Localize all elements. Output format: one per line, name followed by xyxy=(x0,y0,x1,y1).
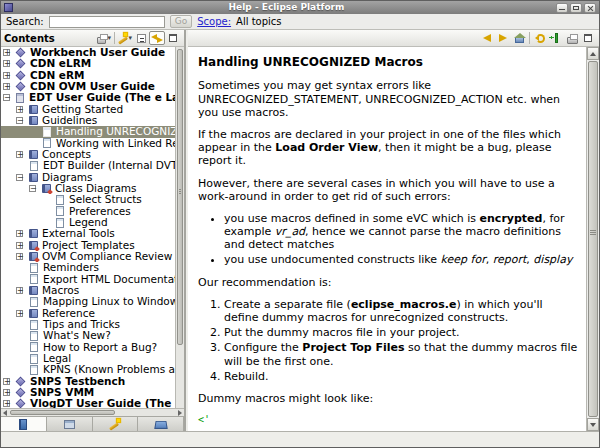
tree-item[interactable]: +SNPS Testbench xyxy=(1,376,175,387)
tree-item[interactable]: +CDN eLRM xyxy=(1,58,175,69)
bookmark-document-button[interactable] xyxy=(548,31,564,45)
tree-item[interactable]: Legend xyxy=(1,217,175,228)
tree-item[interactable]: +SNPS VMM xyxy=(1,387,175,398)
tree-item[interactable]: Tips and Tricks xyxy=(1,319,175,330)
wand-icon xyxy=(109,419,120,430)
tree-item-label: Macros xyxy=(42,285,79,296)
go-button[interactable]: Go xyxy=(170,15,192,28)
tree-item[interactable]: Legal xyxy=(1,353,175,364)
tree-item[interactable]: What's New? xyxy=(1,330,175,341)
tree-item[interactable]: Reminders xyxy=(1,262,175,273)
contents-tree: +Workbench User Guide+CDN eLRM+CDN eRM+C… xyxy=(1,47,175,408)
tree-item[interactable]: +Concepts xyxy=(1,149,175,160)
plus-expander-icon[interactable]: + xyxy=(3,400,10,407)
tree-item[interactable]: Handling UNRECOGNIZED Macros xyxy=(1,126,175,137)
tree-item[interactable]: +Workbench User Guide xyxy=(1,47,175,58)
print-topic-button[interactable]: ▾ xyxy=(96,31,112,45)
tree-item[interactable]: −Guidelines xyxy=(1,115,175,126)
bookmarks-tab[interactable] xyxy=(138,417,184,431)
home-icon xyxy=(515,37,524,43)
tree-item[interactable]: KPNS (Known Problems and Solutions xyxy=(1,364,175,375)
plus-expander-icon[interactable]: + xyxy=(16,106,23,113)
window-title: Help - Eclipse Platform xyxy=(17,1,556,14)
tree-item[interactable]: −EDT User Guide (The e Language) xyxy=(1,92,175,103)
plus-expander-icon[interactable]: + xyxy=(16,253,23,260)
scrollbar-thumb[interactable] xyxy=(588,61,598,417)
tree-item-label: Workbench User Guide xyxy=(30,47,165,58)
link-icon xyxy=(151,33,163,43)
scope-link[interactable]: Scope: xyxy=(197,16,231,27)
minus-expander-icon[interactable]: − xyxy=(29,185,36,192)
search-results-tab[interactable] xyxy=(93,417,139,431)
scrollbar-thumb[interactable] xyxy=(177,49,183,345)
contents-tab[interactable] xyxy=(1,417,47,431)
tree-item[interactable]: EDT Builder (Internal DVT Builder) xyxy=(1,160,175,171)
minus-expander-icon[interactable]: − xyxy=(3,94,10,101)
collapse-all-button[interactable] xyxy=(133,31,149,45)
tree-item[interactable]: +Project Templates xyxy=(1,240,175,251)
scroll-down-arrow-icon[interactable] xyxy=(587,418,599,431)
tree-item[interactable]: +VlogDT User Guide (The SystemV xyxy=(1,398,175,408)
search-input[interactable] xyxy=(49,16,165,28)
steps-list: Create a separate file (eclipse_macros.e… xyxy=(224,298,578,383)
plus-expander-icon[interactable]: + xyxy=(3,378,10,385)
tree-item[interactable]: Select Structs xyxy=(1,194,175,205)
maximize-button[interactable] xyxy=(570,3,582,13)
search-related-topics-button[interactable]: ▾ xyxy=(117,31,133,45)
print-page-button[interactable] xyxy=(564,31,580,45)
tree-item[interactable]: −Class Diagrams xyxy=(1,183,175,194)
code-block: <' // reg_defdefine <_edt_reg_def'statem… xyxy=(198,414,578,431)
plus-expander-icon[interactable]: + xyxy=(3,60,10,67)
minimize-button[interactable] xyxy=(556,3,568,13)
plus-expander-icon[interactable]: + xyxy=(16,287,23,294)
tree-item-label: Reference xyxy=(42,308,95,319)
tree-item[interactable]: +OVM Compliance Review xyxy=(1,251,175,262)
tree-item[interactable]: Mapping Linux to Windows (/proj/ to xyxy=(1,296,175,307)
page-icon xyxy=(30,354,38,364)
tree-item-label: Concepts xyxy=(42,149,91,160)
plus-expander-icon[interactable]: + xyxy=(3,72,10,79)
minus-expander-icon[interactable]: − xyxy=(16,174,23,181)
page-icon xyxy=(30,331,38,341)
go-forward-button[interactable] xyxy=(495,31,511,45)
plus-expander-icon[interactable]: + xyxy=(3,389,10,396)
tree-item[interactable]: Working with Linked Resources ( xyxy=(1,138,175,149)
tree-item[interactable]: +Reference xyxy=(1,308,175,319)
tree-item[interactable]: +CDN OVM User Guide xyxy=(1,81,175,92)
tree-item[interactable]: Export HTML Documentation xyxy=(1,274,175,285)
paragraph: If the macros are declared in your proje… xyxy=(198,128,578,168)
plus-expander-icon[interactable]: + xyxy=(16,151,23,158)
tree-item[interactable]: +Getting Started xyxy=(1,104,175,115)
plus-expander-icon[interactable]: + xyxy=(16,242,23,249)
close-button[interactable] xyxy=(584,3,596,13)
maximize-view-button[interactable] xyxy=(580,31,596,45)
maximize-view-button[interactable] xyxy=(165,31,181,45)
link-with-contents-button[interactable] xyxy=(149,31,165,45)
gem-icon xyxy=(16,388,26,398)
index-tab[interactable] xyxy=(47,417,93,431)
home-button[interactable] xyxy=(511,31,527,45)
tree-item[interactable]: Preferences xyxy=(1,206,175,217)
tree-item-label: SNPS Testbench xyxy=(30,376,125,387)
book-icon xyxy=(29,116,38,125)
content-vertical-scrollbar[interactable] xyxy=(586,47,599,431)
tree-item[interactable]: +External Tools xyxy=(1,228,175,239)
gem-icon xyxy=(16,82,26,92)
show-in-table-of-contents-button[interactable] xyxy=(532,31,548,45)
plus-expander-icon[interactable]: + xyxy=(3,49,10,56)
guide-icon xyxy=(16,93,24,103)
plus-expander-icon[interactable]: + xyxy=(3,83,10,90)
plus-expander-icon[interactable]: + xyxy=(16,230,23,237)
plus-expander-icon[interactable]: + xyxy=(16,310,23,317)
tree-item[interactable]: +Macros xyxy=(1,285,175,296)
tree-item[interactable]: How to Report a Bug? xyxy=(1,342,175,353)
minus-expander-icon[interactable]: − xyxy=(16,117,23,124)
scroll-up-arrow-icon[interactable] xyxy=(587,47,599,60)
tree-horizontal-scrollbar[interactable] xyxy=(1,408,184,416)
tree-item[interactable]: −Diagrams xyxy=(1,172,175,183)
tree-item[interactable]: +CDN eRM xyxy=(1,70,175,81)
go-back-button[interactable] xyxy=(479,31,495,45)
scrollbar-thumb[interactable] xyxy=(10,410,115,415)
tree-vertical-scrollbar[interactable] xyxy=(175,47,184,408)
list-item: Create a separate file (eclipse_macros.e… xyxy=(224,298,578,324)
